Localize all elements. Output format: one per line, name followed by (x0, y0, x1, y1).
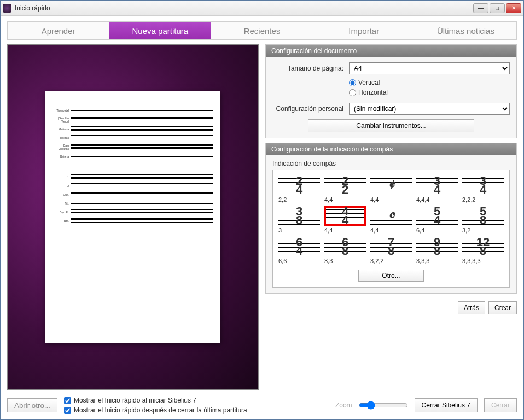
page-size-label: Tamaño de página: (272, 65, 349, 72)
personal-config-label: Configuración personal (272, 105, 349, 113)
time-signature-option[interactable]: 546,4 (416, 206, 458, 234)
footer-bar: Abrir otro... Mostrar el Inicio rápido a… (7, 390, 517, 414)
time-signature-option[interactable]: 242,2 (278, 176, 320, 203)
time-signature-panel: Configuración de la indicación de compás… (265, 143, 517, 294)
tab-new-score[interactable]: Nueva partitura (109, 22, 211, 39)
score-page: [Trompeta] [Saxofón Tenor] Guitarra Tecl… (45, 91, 220, 343)
time-signature-caption: 2,2 (278, 196, 320, 203)
time-signature-caption: 3,3,3 (416, 258, 458, 264)
tab-bar: Aprender Nueva partitura Recientes Impor… (7, 21, 517, 40)
orientation-vertical-radio[interactable] (349, 79, 356, 86)
document-config-panel: Configuración del documento Tamaño de pá… (265, 44, 517, 138)
time-signature-caption: 3,3 (324, 258, 366, 264)
right-pane: Configuración del documento Tamaño de pá… (265, 44, 517, 390)
change-instruments-button[interactable]: Cambiar instrumentos... (308, 119, 474, 132)
time-signature-option[interactable]: 783,2,2 (370, 237, 412, 264)
time-signature-caption: 4,4 (370, 196, 412, 203)
time-signature-caption: 4,4,4 (416, 196, 458, 203)
window-title: Inicio rápido (15, 4, 473, 12)
time-signature-option[interactable]: 𝄵4,4 (370, 176, 412, 203)
close-button[interactable]: Cerrar (484, 398, 517, 412)
time-signature-caption: 3,3,3,3 (462, 258, 504, 264)
titlebar: Inicio rápido — □ ✕ (1, 1, 523, 16)
app-icon (3, 4, 11, 13)
maximize-button[interactable]: □ (490, 3, 505, 13)
time-signature-option[interactable]: 444,4 (324, 206, 366, 234)
close-app-button[interactable]: Cerrar Sibelius 7 (415, 398, 478, 412)
score-preview: [Trompeta] [Saxofón Tenor] Guitarra Tecl… (7, 44, 259, 390)
wizard-nav: Atrás Crear (265, 301, 517, 314)
app-window: Inicio rápido — □ ✕ Aprender Nueva parti… (0, 0, 524, 420)
close-window-button[interactable]: ✕ (506, 3, 521, 13)
back-button[interactable]: Atrás (458, 301, 485, 314)
time-signature-caption: 3 (278, 227, 320, 234)
staff-group-bottom: 1 2 Guit. Tcl. Bajo El. Bat. (53, 174, 213, 224)
tab-news[interactable]: Últimas noticias (415, 22, 516, 39)
time-signature-option[interactable]: 983,3,3 (416, 237, 458, 264)
main-area: [Trompeta] [Saxofón Tenor] Guitarra Tecl… (7, 44, 517, 390)
time-signature-option[interactable]: 646,6 (278, 237, 320, 264)
time-signature-option[interactable]: 583,2 (462, 206, 504, 234)
time-signature-option[interactable]: 224,4 (324, 176, 366, 203)
show-quickstart-after-close-checkbox[interactable] (64, 407, 71, 414)
content-area: Aprender Nueva partitura Recientes Impor… (1, 16, 523, 419)
time-signature-caption: 6,4 (416, 227, 458, 234)
document-config-header: Configuración del documento (266, 45, 516, 57)
staff-group-top: [Trompeta] [Saxofón Tenor] Guitarra Tecl… (53, 108, 213, 159)
tab-recent[interactable]: Recientes (211, 22, 313, 39)
zoom-slider[interactable] (359, 401, 408, 410)
time-signature-option[interactable]: 383 (278, 206, 320, 234)
time-signature-caption: 2,2,2 (462, 196, 504, 203)
show-quickstart-on-launch-checkbox[interactable] (64, 397, 71, 404)
time-signature-grid: 242,2224,4𝄵4,4344,4,4342,2,2383444,4𝄴4,4… (272, 170, 510, 288)
tab-import[interactable]: Importar (313, 22, 415, 39)
time-signature-caption: 4,4 (324, 227, 366, 234)
minimize-button[interactable]: — (473, 3, 488, 13)
create-button[interactable]: Crear (488, 301, 517, 314)
tab-learn[interactable]: Aprender (8, 22, 109, 39)
time-signature-caption: 6,6 (278, 258, 320, 264)
time-signature-option[interactable]: 𝄴4,4 (370, 206, 412, 234)
open-other-button[interactable]: Abrir otro... (7, 398, 57, 412)
time-signature-caption: 3,2,2 (370, 258, 412, 264)
orientation-horizontal-radio[interactable] (349, 89, 356, 96)
window-controls: — □ ✕ (473, 3, 521, 13)
time-signature-caption: 3,2 (462, 227, 504, 234)
zoom-label: Zoom (335, 401, 352, 409)
time-signature-option[interactable]: 683,3 (324, 237, 366, 264)
time-signature-group-label: Indicación de compás (272, 160, 510, 167)
personal-config-select[interactable]: (Sin modificar) (349, 103, 510, 115)
page-size-select[interactable]: A4 (349, 62, 510, 74)
time-signature-option[interactable]: 344,4,4 (416, 176, 458, 203)
time-signature-caption: 4,4 (370, 227, 412, 234)
time-signature-option[interactable]: 1283,3,3,3 (462, 237, 504, 264)
time-signature-caption: 4,4 (324, 196, 366, 203)
time-signature-header: Configuración de la indicación de compás (266, 143, 516, 155)
time-signature-option[interactable]: 342,2,2 (462, 176, 504, 203)
other-time-signature-button[interactable]: Otro... (358, 270, 424, 282)
